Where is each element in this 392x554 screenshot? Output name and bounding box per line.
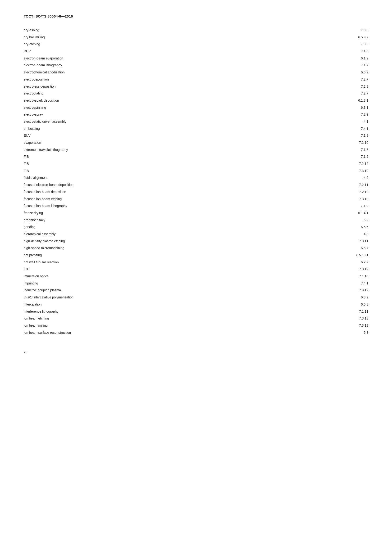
- ref-cell: 6.1.4.1: [282, 210, 369, 217]
- table-row: in-situ intercalative polymerization6.3.…: [24, 294, 368, 301]
- term-cell: electroless deposition: [24, 83, 282, 90]
- table-row: dry-ashing7.3.8: [24, 27, 368, 34]
- term-cell: inductive coupled plasma: [24, 287, 282, 294]
- term-cell: electrochemical anodization: [24, 69, 282, 76]
- ref-cell: 7.3.13: [282, 315, 369, 322]
- ref-cell: 7.3.10: [282, 196, 369, 203]
- table-row: electron-beam lithography7.1.7: [24, 62, 368, 69]
- table-row: fluidic alignment4.2: [24, 174, 368, 181]
- table-row: FIB7.3.10: [24, 167, 368, 174]
- table-row: electrostatic driven assembly4.1: [24, 118, 368, 125]
- table-row: FIB7.1.9: [24, 153, 368, 160]
- header: ГОСТ ISO/TS 80004-8—2016: [24, 14, 368, 18]
- table-row: DUV7.1.5: [24, 48, 368, 55]
- term-cell: electroplating: [24, 90, 282, 97]
- ref-cell: 6.5.9.2: [282, 34, 369, 41]
- term-cell: grinding: [24, 224, 282, 231]
- table-row: electro-spray7.2.9: [24, 111, 368, 118]
- term-cell: high-density plasma etching: [24, 238, 282, 245]
- term-cell: interference lithography: [24, 308, 282, 315]
- term-cell: DUV: [24, 48, 282, 55]
- table-row: electron-beam evaporation6.1.2: [24, 55, 368, 62]
- term-cell: hot pressing: [24, 252, 282, 259]
- table-row: hierarchical assembly4.3: [24, 231, 368, 238]
- ref-cell: 7.1.10: [282, 273, 369, 280]
- table-row: hot wall tubular reaction6.2.2: [24, 259, 368, 266]
- ref-cell: 6.1.2: [282, 55, 369, 62]
- term-cell: EUV: [24, 132, 282, 139]
- ref-cell: 7.4.1: [282, 280, 369, 287]
- term-cell: electron-beam lithography: [24, 62, 282, 69]
- table-row: focused ion-beam lithography7.1.9: [24, 202, 368, 210]
- table-row: inductive coupled plasma7.3.12: [24, 287, 368, 294]
- ref-cell: 7.3.12: [282, 287, 369, 294]
- ref-cell: 7.2.12: [282, 188, 369, 196]
- italic-term: in-situ: [24, 295, 33, 299]
- term-cell: electro-spark deposition: [24, 97, 282, 104]
- table-row: electro-spark deposition6.1.3.1: [24, 97, 368, 104]
- term-cell: evaporation: [24, 139, 282, 146]
- term-cell: focused ion-beam deposition: [24, 188, 282, 196]
- table-row: FIB7.2.12: [24, 160, 368, 167]
- table-row: electroless deposition7.2.8: [24, 83, 368, 90]
- ref-cell: 7.1.7: [282, 62, 369, 69]
- ref-cell: 7.3.12: [282, 266, 369, 273]
- ref-cell: 6.3.2: [282, 294, 369, 301]
- term-cell: embossing: [24, 125, 282, 132]
- ref-cell: 7.2.12: [282, 160, 369, 167]
- table-row: dry ball milling6.5.9.2: [24, 34, 368, 41]
- page-number: 28: [24, 350, 368, 354]
- ref-cell: 7.1.8: [282, 146, 369, 153]
- ref-cell: 7.2.7: [282, 76, 369, 83]
- term-cell: immersion optics: [24, 273, 282, 280]
- table-row: extreme ultraviolet lithography7.1.8: [24, 146, 368, 153]
- term-cell: ion beam milling: [24, 322, 282, 329]
- term-cell: ion beam surface reconstruction: [24, 329, 282, 336]
- term-cell: extreme ultraviolet lithography: [24, 146, 282, 153]
- table-row: imprinting7.4.1: [24, 280, 368, 287]
- ref-cell: 7.4.1: [282, 125, 369, 132]
- term-cell: focused electron-beam deposition: [24, 181, 282, 188]
- term-cell: focused ion-beam lithography: [24, 202, 282, 210]
- ref-cell: 6.6.3: [282, 301, 369, 308]
- ref-cell: 4.1: [282, 118, 369, 125]
- ref-cell: 4.3: [282, 231, 369, 238]
- term-cell: electrostatic driven assembly: [24, 118, 282, 125]
- ref-cell: 7.1.9: [282, 202, 369, 210]
- table-row: ion beam milling7.3.13: [24, 322, 368, 329]
- table-row: high-speed micromachining6.5.7: [24, 245, 368, 252]
- table-row: graphioepitaxy5.2: [24, 217, 368, 224]
- table-row: embossing7.4.1: [24, 125, 368, 132]
- ref-cell: 6.5.6: [282, 224, 369, 231]
- term-cell: dry-etching: [24, 41, 282, 48]
- table-row: electrospinning6.3.1: [24, 104, 368, 111]
- term-cell: electron-beam evaporation: [24, 55, 282, 62]
- index-table: dry-ashing7.3.8dry ball milling6.5.9.2dr…: [24, 27, 368, 336]
- table-row: ICP7.3.12: [24, 266, 368, 273]
- term-cell: FIB: [24, 160, 282, 167]
- ref-cell: 6.6.2: [282, 69, 369, 76]
- term-cell: freeze drying: [24, 210, 282, 217]
- term-cell: electrospinning: [24, 104, 282, 111]
- ref-cell: 7.1.5: [282, 48, 369, 55]
- term-cell: ion beam etching: [24, 315, 282, 322]
- ref-cell: 5.2: [282, 217, 369, 224]
- table-row: intercalation6.6.3: [24, 301, 368, 308]
- ref-cell: 6.1.3.1: [282, 97, 369, 104]
- ref-cell: 7.1.11: [282, 308, 369, 315]
- table-row: ion beam surface reconstruction5.3: [24, 329, 368, 336]
- ref-cell: 6.3.1: [282, 104, 369, 111]
- table-row: hot pressing6.5.13.1: [24, 252, 368, 259]
- table-row: immersion optics7.1.10: [24, 273, 368, 280]
- ref-cell: 6.2.2: [282, 259, 369, 266]
- table-row: focused electron-beam deposition7.2.11: [24, 181, 368, 188]
- term-cell: electro-spray: [24, 111, 282, 118]
- table-row: grinding6.5.6: [24, 224, 368, 231]
- table-row: freeze drying6.1.4.1: [24, 210, 368, 217]
- table-row: focused ion-beam etching7.3.10: [24, 196, 368, 203]
- term-cell: electrodeposition: [24, 76, 282, 83]
- table-row: electrodeposition7.2.7: [24, 76, 368, 83]
- term-cell: hot wall tubular reaction: [24, 259, 282, 266]
- term-cell: in-situ intercalative polymerization: [24, 294, 282, 301]
- term-cell: dry-ashing: [24, 27, 282, 34]
